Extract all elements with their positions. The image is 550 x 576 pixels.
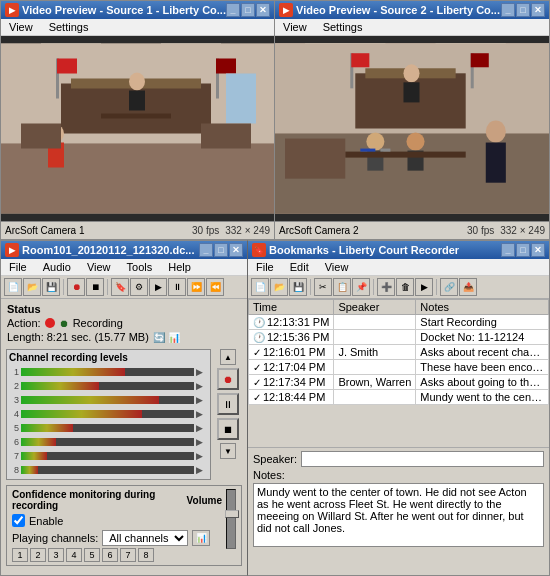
record-btn[interactable]: ⏺ — [67, 278, 85, 296]
pause-btn[interactable]: ⏸ — [168, 278, 186, 296]
transport-pause-btn[interactable]: ⏸ — [217, 393, 239, 415]
channel-arrow-7[interactable]: ▶ — [196, 451, 208, 461]
save-btn[interactable]: 💾 — [42, 278, 60, 296]
svg-rect-8 — [57, 59, 77, 74]
svg-point-36 — [406, 133, 424, 151]
bk-cut-btn[interactable]: ✂ — [314, 278, 332, 296]
col-notes: Notes — [416, 300, 549, 315]
svg-rect-18 — [201, 124, 251, 149]
ch-num-8[interactable]: 8 — [138, 548, 154, 562]
bookmarks-table[interactable]: Time Speaker Notes 🕐12:13:31 PM Start Re… — [248, 299, 549, 447]
channel-arrow-2[interactable]: ▶ — [196, 381, 208, 391]
ch-num-2[interactable]: 2 — [30, 548, 46, 562]
fast-fwd-btn[interactable]: ⏩ — [187, 278, 205, 296]
minimize-btn-recorder[interactable]: _ — [199, 243, 213, 257]
open-btn[interactable]: 📂 — [23, 278, 41, 296]
cell-notes-2: Asks about recent change... — [416, 345, 549, 360]
bk-link-btn[interactable]: 🔗 — [440, 278, 458, 296]
title-bar-bookmarks: 🔖 Bookmarks - Liberty Court Recorder _ □… — [248, 241, 549, 259]
maximize-btn-source1[interactable]: □ — [241, 3, 255, 17]
svg-rect-38 — [345, 152, 465, 158]
menu-view-source2[interactable]: View — [279, 20, 311, 34]
cell-time-5: ✓12:18:44 PM — [249, 390, 334, 405]
menu-settings-source2[interactable]: Settings — [319, 20, 367, 34]
close-btn-bookmarks[interactable]: ✕ — [531, 243, 545, 257]
svg-rect-10 — [216, 59, 236, 74]
ch-num-5[interactable]: 5 — [84, 548, 100, 562]
maximize-btn-source2[interactable]: □ — [516, 3, 530, 17]
menu-audio-recorder[interactable]: Audio — [39, 260, 75, 274]
menu-view-bookmarks[interactable]: View — [321, 260, 353, 274]
stop-btn[interactable]: ⏹ — [86, 278, 104, 296]
menu-help-recorder[interactable]: Help — [164, 260, 195, 274]
new-btn[interactable]: 📄 — [4, 278, 22, 296]
settings-btn[interactable]: ⚙ — [130, 278, 148, 296]
minimize-btn-source2[interactable]: _ — [501, 3, 515, 17]
table-row[interactable]: 🕐12:13:31 PM Start Recording — [249, 315, 549, 330]
channel-arrow-4[interactable]: ▶ — [196, 409, 208, 419]
menu-view-source1[interactable]: View — [5, 20, 37, 34]
menu-file-recorder[interactable]: File — [5, 260, 31, 274]
status-length: Length: 8:21 sec. (15.77 MB) 🔄 📊 — [7, 331, 241, 343]
table-row[interactable]: 🕐12:15:36 PM Docket No: 11-12124 — [249, 330, 549, 345]
menu-view-recorder[interactable]: View — [83, 260, 115, 274]
speaker-input[interactable] — [301, 451, 544, 467]
cell-notes-5: Mundy went to the center of... — [416, 390, 549, 405]
minimize-btn-bookmarks[interactable]: _ — [501, 243, 515, 257]
ch-num-7[interactable]: 7 — [120, 548, 136, 562]
maximize-btn-bookmarks[interactable]: □ — [516, 243, 530, 257]
bk-new-btn[interactable]: 📄 — [251, 278, 269, 296]
svg-rect-33 — [486, 143, 506, 183]
channel-arrow-3[interactable]: ▶ — [196, 395, 208, 405]
enable-checkbox[interactable] — [12, 514, 25, 527]
channel-arrow-5[interactable]: ▶ — [196, 423, 208, 433]
volume-slider-thumb[interactable] — [225, 510, 239, 518]
menu-file-bookmarks[interactable]: File — [252, 260, 278, 274]
title-bar-source2: ▶ Video Preview - Source 2 - Liberty Co.… — [275, 1, 549, 19]
svg-rect-16 — [226, 74, 256, 124]
scroll-up-btn[interactable]: ▲ — [220, 349, 236, 365]
col-time: Time — [249, 300, 334, 315]
ch-num-3[interactable]: 3 — [48, 548, 64, 562]
ch-num-6[interactable]: 6 — [102, 548, 118, 562]
play-btn[interactable]: ▶ — [149, 278, 167, 296]
menu-settings-source1[interactable]: Settings — [45, 20, 93, 34]
channel-fill-8 — [21, 466, 38, 474]
bk-play-btn[interactable]: ▶ — [415, 278, 433, 296]
table-row[interactable]: ✓12:18:44 PM Mundy went to the center of… — [249, 390, 549, 405]
notes-textarea[interactable] — [253, 483, 544, 547]
cell-time-0: 🕐12:13:31 PM — [249, 315, 334, 330]
action-label: Action: — [7, 317, 41, 329]
bk-copy-btn[interactable]: 📋 — [333, 278, 351, 296]
channel-rows-container: 1 ▶ 2 ▶ 3 ▶ 4 ▶ 5 — [9, 365, 208, 477]
menu-edit-bookmarks[interactable]: Edit — [286, 260, 313, 274]
transport-record-btn[interactable]: ⏺ — [217, 368, 239, 390]
channel-arrow-6[interactable]: ▶ — [196, 437, 208, 447]
menu-tools-recorder[interactable]: Tools — [123, 260, 157, 274]
close-btn-recorder[interactable]: ✕ — [229, 243, 243, 257]
ch-num-1[interactable]: 1 — [12, 548, 28, 562]
bk-add-btn[interactable]: ➕ — [377, 278, 395, 296]
table-row[interactable]: ✓12:17:34 PM Brown, Warren Asks about go… — [249, 375, 549, 390]
play-channels-btn[interactable]: 📊 — [192, 530, 210, 546]
bk-export-btn[interactable]: 📤 — [459, 278, 477, 296]
minimize-btn-source1[interactable]: _ — [226, 3, 240, 17]
bk-open-btn[interactable]: 📂 — [270, 278, 288, 296]
transport-stop-btn[interactable]: ⏹ — [217, 418, 239, 440]
table-row[interactable]: ✓12:17:04 PM These have been encorpo... — [249, 360, 549, 375]
rewind-btn[interactable]: ⏪ — [206, 278, 224, 296]
maximize-btn-recorder[interactable]: □ — [214, 243, 228, 257]
channel-arrow-1[interactable]: ▶ — [196, 367, 208, 377]
bk-save-btn[interactable]: 💾 — [289, 278, 307, 296]
bk-paste-btn[interactable]: 📌 — [352, 278, 370, 296]
channel-arrow-8[interactable]: ▶ — [196, 465, 208, 475]
volume-slider-track[interactable] — [226, 489, 236, 549]
bk-delete-btn[interactable]: 🗑 — [396, 278, 414, 296]
ch-num-4[interactable]: 4 — [66, 548, 82, 562]
scroll-down-btn[interactable]: ▼ — [220, 443, 236, 459]
close-btn-source2[interactable]: ✕ — [531, 3, 545, 17]
close-btn-source1[interactable]: ✕ — [256, 3, 270, 17]
table-row[interactable]: ✓12:16:01 PM J. Smith Asks about recent … — [249, 345, 549, 360]
add-bookmark-btn[interactable]: 🔖 — [111, 278, 129, 296]
playing-channels-select[interactable]: All channels — [102, 530, 188, 546]
